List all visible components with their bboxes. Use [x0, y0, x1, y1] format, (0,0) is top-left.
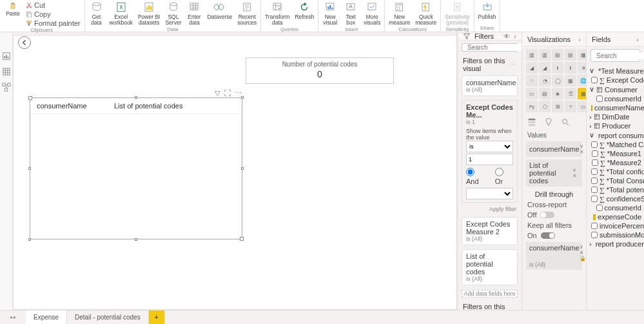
cross-report-toggle[interactable] [540, 212, 554, 218]
model-view-icon[interactable] [2, 83, 11, 92]
format-tab-icon[interactable] [544, 117, 553, 127]
field-node[interactable]: consumerId [589, 203, 641, 212]
viz-card[interactable]: ▭ [526, 88, 538, 99]
table-node[interactable]: ›DimDate [589, 112, 641, 121]
paste-button[interactable]: Paste [3, 1, 23, 17]
viz-line-col[interactable]: ⫿ [552, 62, 563, 74]
or-radio[interactable]: Or [495, 168, 513, 185]
excel-button[interactable]: XExcel workbook [107, 0, 135, 26]
filter-card[interactable]: List of potential codesis (All) [462, 249, 518, 285]
apply-filter-link[interactable]: Apply filter [458, 205, 522, 215]
sql-server-button[interactable]: SQL Server [162, 0, 184, 26]
keep-filters-toggle[interactable] [541, 232, 555, 239]
field-node[interactable]: consumerId [589, 94, 641, 103]
field-node[interactable]: ∑*Total potentialEx... [589, 185, 641, 194]
table-node[interactable]: ∨Consumer [589, 85, 641, 94]
viz-key-influencers[interactable]: ⬡ [539, 101, 551, 112]
viz-donut[interactable]: ◯ [552, 75, 563, 86]
analytics-tab-icon[interactable] [561, 117, 570, 127]
dataverse-button[interactable]: Dataverse [204, 0, 235, 26]
viz-kpi[interactable]: ◈ [552, 88, 563, 99]
table-node[interactable]: ›report producerConsu... [589, 239, 641, 248]
tab-expense[interactable]: Expense [26, 310, 67, 324]
viz-area[interactable]: ◢ [526, 62, 538, 74]
more-visuals-button[interactable]: More visuals [361, 0, 383, 26]
viz-pie[interactable]: ◔ [539, 75, 551, 86]
back-button[interactable] [18, 36, 31, 49]
format-painter-button[interactable]: Format painter [26, 19, 81, 27]
column-header[interactable]: List of potential codes [114, 102, 182, 110]
chevron-right-icon[interactable]: › [578, 35, 581, 43]
field-node[interactable]: submissionMonth [589, 230, 641, 239]
publish-button[interactable]: Publish [476, 0, 499, 25]
field-node[interactable]: ∑Except Codes Me... [589, 76, 641, 85]
field-node[interactable]: expenseCode [589, 212, 641, 221]
transform-data-button[interactable]: Transform data [262, 0, 292, 26]
tab-detail-potential-codes[interactable]: Detail - potential codes [67, 310, 149, 324]
viz-stacked-area[interactable]: ◢ [539, 62, 551, 74]
new-visual-button[interactable]: New visual [320, 0, 340, 26]
and-radio[interactable]: And [466, 168, 489, 185]
field-node[interactable]: ∑*Total ConsumerE... [589, 176, 641, 185]
get-data-button[interactable]: Get data [86, 0, 107, 26]
eye-icon[interactable]: 👁 [503, 33, 510, 40]
search-input[interactable] [596, 52, 644, 59]
field-node[interactable]: ∑confidenceScore [589, 194, 641, 203]
recent-sources-button[interactable]: Recent sources [235, 0, 259, 26]
field-node[interactable]: ∑*Matched Column [589, 140, 641, 149]
cut-button[interactable]: Cut [26, 1, 81, 9]
viz-line-col2[interactable]: ⫿ [565, 62, 576, 74]
table-node[interactable]: ›Producer [589, 121, 641, 130]
field-node[interactable]: ∑*Total confidence... [589, 167, 641, 176]
fields-tab-icon[interactable] [527, 117, 536, 127]
field-node[interactable]: ∑*Measure1 [589, 149, 641, 158]
field-well-item[interactable]: consumerName∨ ✕ [526, 141, 582, 157]
report-view-icon[interactable] [2, 52, 11, 61]
field-well-item[interactable]: List of potential codes∨ ✕ [526, 159, 582, 187]
more-icon[interactable]: ⋯ [509, 61, 516, 69]
table-node[interactable]: ∨report consumerExpens... [589, 130, 641, 140]
data-view-icon[interactable] [2, 67, 11, 76]
report-canvas[interactable]: Number of potential codes 0 ▽ ⛶ ⋯ consum… [13, 35, 457, 310]
table-visual-selected[interactable]: ▽ ⛶ ⋯ consumerName List of potential cod… [30, 97, 242, 239]
viz-scatter[interactable]: ⁘ [526, 75, 538, 86]
add-page-button[interactable]: + [149, 310, 165, 324]
text-box-button[interactable]: AText box [340, 0, 361, 26]
field-node[interactable]: ∑*Measure2 [589, 158, 641, 167]
quick-measure-button[interactable]: Quick measure [413, 0, 439, 26]
viz-clustered-bar[interactable]: ▤ [552, 49, 563, 61]
add-fields-well[interactable]: Add data fields here [462, 290, 518, 298]
chevron-right-icon[interactable]: › [514, 32, 516, 40]
operator-select[interactable]: is [466, 141, 513, 152]
viz-treemap[interactable]: ▦ [565, 75, 576, 86]
field-node[interactable]: consumerName [589, 103, 641, 112]
viz-stacked-col[interactable]: ▥ [539, 49, 551, 61]
filter-icon[interactable]: ▽ [215, 89, 220, 97]
focus-icon[interactable]: ⛶ [224, 89, 231, 97]
viz-multirow[interactable]: ▤ [539, 88, 551, 99]
filters-search[interactable] [462, 43, 518, 52]
filter-card[interactable]: Except Codes Measure 2is (All) [462, 217, 518, 245]
drill-field-item[interactable]: consumerName∨ ✕ 🔒is (All) [526, 242, 582, 270]
chevron-right-icon[interactable]: › [636, 35, 639, 43]
viz-clustered-col[interactable]: ▤ [565, 49, 576, 61]
viz-qa[interactable]: ? [565, 101, 576, 112]
column-header[interactable]: consumerName [37, 102, 114, 110]
fields-search[interactable] [590, 49, 640, 62]
filter-card-expanded[interactable]: Except Codes Me...is 1 Show items when t… [462, 100, 518, 203]
viz-slicer[interactable]: ☰ [565, 88, 576, 99]
tab-nav[interactable]: ◂ ▸ [0, 310, 26, 324]
pbi-datasets-button[interactable]: Power BI datasets [135, 0, 163, 26]
new-measure-button[interactable]: New measure [386, 0, 413, 26]
table-node[interactable]: ∨*Test Measures [589, 66, 641, 76]
viz-decomp[interactable]: ⊞ [552, 101, 563, 112]
filter-card[interactable]: consumerNameis (All) [462, 76, 518, 96]
refresh-button[interactable]: Refresh [292, 0, 317, 26]
field-node[interactable]: invoicePercentage [589, 221, 641, 230]
copy-button[interactable]: Copy [26, 10, 81, 18]
viz-py[interactable]: Py [526, 101, 538, 112]
card-visual[interactable]: Number of potential codes 0 [246, 57, 394, 84]
enter-data-button[interactable]: Enter data [184, 0, 204, 26]
value-input[interactable] [466, 154, 513, 165]
operator-select-2[interactable] [466, 188, 513, 199]
